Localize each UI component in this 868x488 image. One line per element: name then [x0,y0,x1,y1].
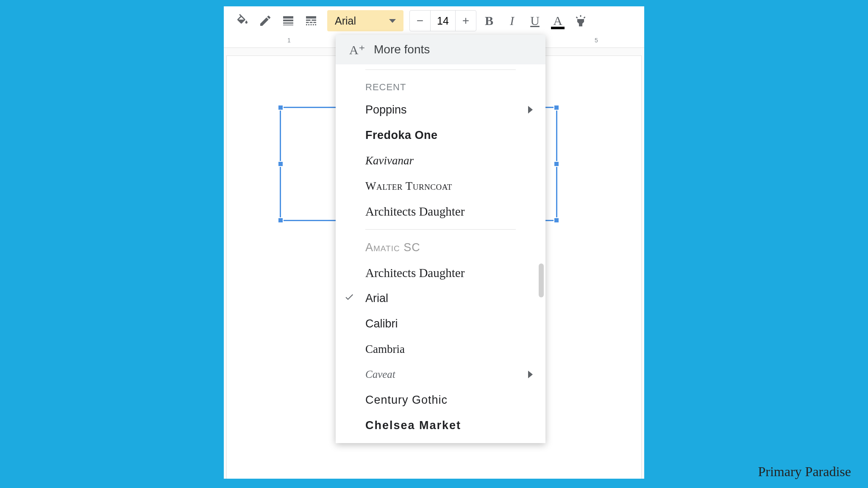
font-item[interactable]: Chelsea Market [336,413,545,438]
line-style-icon[interactable] [301,11,321,31]
caret-down-icon [389,19,396,23]
font-selector[interactable]: Arial [327,10,403,31]
resize-handle[interactable] [278,105,284,111]
pencil-icon[interactable] [255,11,275,31]
fill-color-icon[interactable] [232,11,253,31]
font-item[interactable]: Kavivanar [336,148,545,173]
decrease-size-button[interactable]: − [410,11,430,31]
font-name-label: Arial [335,15,356,27]
resize-handle[interactable] [278,217,284,223]
increase-size-button[interactable]: + [456,11,476,31]
font-item[interactable]: Century Gothic [336,387,545,413]
divider [365,229,516,230]
toolbar: Arial − 14 + B I U A [224,6,644,35]
more-fonts-item[interactable]: A⁺ More fonts [336,35,545,64]
font-item[interactable]: Walter Turncoat [336,173,545,199]
scrollbar-thumb[interactable] [539,263,544,297]
checkmark-icon [344,292,354,305]
font-item[interactable]: Architects Daughter [336,260,545,286]
resize-handle[interactable] [554,105,559,111]
watermark: Primary Paradise [758,464,851,480]
submenu-arrow-icon [528,371,533,378]
line-weight-icon[interactable] [278,11,298,31]
recent-section-label: RECENT [336,75,545,97]
font-item[interactable]: Amatic SC [336,235,545,260]
app-frame: Arial − 14 + B I U A 1 5 [224,6,644,479]
font-dropdown-menu: A⁺ More fonts RECENT PoppinsFredoka OneK… [336,35,545,443]
font-item[interactable]: Cambria [336,336,545,362]
add-font-icon: A⁺ [349,42,365,57]
font-item[interactable]: Calibri [336,311,545,336]
highlight-icon[interactable] [570,11,591,31]
bold-button[interactable]: B [479,11,499,31]
font-item[interactable]: Arial [336,286,545,311]
submenu-arrow-icon [528,106,533,114]
font-item[interactable]: Fredoka One [336,122,545,148]
italic-button[interactable]: I [502,11,522,31]
resize-handle[interactable] [554,217,559,223]
font-size-value[interactable]: 14 [430,11,456,31]
more-fonts-label: More fonts [374,43,430,56]
divider [365,69,516,70]
font-size-control: − 14 + [409,10,476,31]
font-item[interactable]: Caveat [336,362,545,387]
underline-button[interactable]: U [525,11,545,31]
text-color-button[interactable]: A [548,11,568,31]
font-item[interactable]: Poppins [336,97,545,122]
ruler-mark: 5 [595,37,598,44]
font-item[interactable]: Architects Daughter [336,199,545,224]
ruler-mark: 1 [287,37,291,44]
resize-handle[interactable] [554,161,559,167]
resize-handle[interactable] [278,161,284,167]
